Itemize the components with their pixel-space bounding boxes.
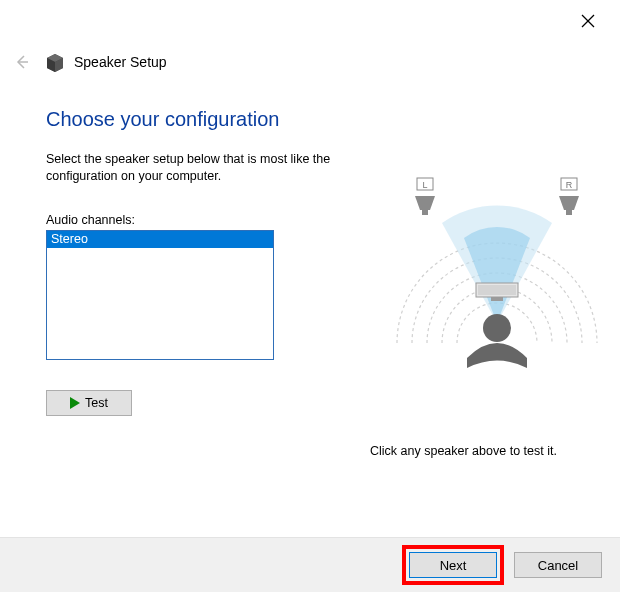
svg-rect-17 <box>491 297 503 301</box>
header-bar: Speaker Setup <box>0 48 620 76</box>
next-button[interactable]: Next <box>409 552 497 578</box>
svg-rect-10 <box>422 210 428 215</box>
svg-point-18 <box>483 314 511 342</box>
list-item[interactable]: Stereo <box>47 231 273 248</box>
cancel-button[interactable]: Cancel <box>514 552 602 578</box>
svg-rect-14 <box>566 210 572 215</box>
test-button-label: Test <box>85 396 108 410</box>
close-icon <box>581 14 595 28</box>
left-speaker-icon[interactable]: L <box>415 178 435 215</box>
audio-channels-listbox[interactable]: Stereo <box>46 230 274 360</box>
svg-text:R: R <box>566 180 573 190</box>
play-icon <box>70 397 80 409</box>
svg-text:L: L <box>422 180 427 190</box>
svg-marker-13 <box>559 196 579 210</box>
monitor-icon <box>476 283 518 301</box>
window-title: Speaker Setup <box>74 54 167 70</box>
test-button[interactable]: Test <box>46 390 132 416</box>
dialog-window: Speaker Setup Choose your configuration … <box>0 0 620 592</box>
speaker-layout-diagram: L R <box>382 168 612 398</box>
speaker-cube-icon <box>44 51 66 73</box>
instruction-text: Select the speaker setup below that is m… <box>46 151 336 185</box>
listener-icon <box>467 314 527 368</box>
back-button[interactable] <box>12 52 32 72</box>
close-button[interactable] <box>578 14 598 34</box>
footer-bar: Next Cancel <box>0 537 620 592</box>
diagram-hint: Click any speaker above to test it. <box>370 444 557 458</box>
svg-rect-16 <box>478 285 516 295</box>
svg-marker-9 <box>415 196 435 210</box>
back-arrow-icon <box>14 54 30 70</box>
right-speaker-icon[interactable]: R <box>559 178 579 215</box>
page-heading: Choose your configuration <box>46 108 596 131</box>
main-content: Choose your configuration Select the spe… <box>46 108 596 416</box>
highlight-box: Next <box>402 545 504 585</box>
